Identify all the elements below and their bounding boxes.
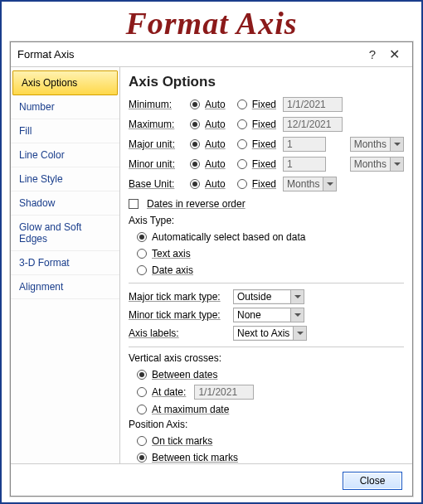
radio-label-base-unit-auto: Auto: [205, 178, 226, 190]
radio-axis-type-text[interactable]: [137, 249, 147, 259]
row-reverse: Dates in reverse order: [129, 195, 404, 213]
radio-vcross-at[interactable]: [137, 387, 147, 397]
row-pos-on: On tick marks: [132, 434, 404, 448]
radio-base-unit-auto[interactable]: [190, 179, 200, 189]
select-major-unit-period[interactable]: Months: [350, 137, 404, 152]
sidebar-item-axis-options[interactable]: Axis Options: [12, 70, 118, 95]
sidebar-item-fill[interactable]: Fill: [11, 119, 119, 143]
label-vcross: Vertical axis crosses:: [129, 352, 404, 364]
radio-vcross-between[interactable]: [137, 370, 147, 380]
row-axis-type-text: Text axis: [132, 246, 404, 261]
radio-maximum-auto[interactable]: [190, 119, 200, 129]
page-title: Format Axis: [2, 5, 421, 41]
input-minimum-value[interactable]: 1/1/2021: [283, 97, 343, 112]
select-minor-tick[interactable]: None: [233, 308, 304, 322]
radio-major-unit-auto[interactable]: [190, 139, 200, 149]
label-vcross-max: At maximum date: [152, 404, 229, 415]
label-base-unit: Base Unit:: [129, 178, 182, 190]
label-pos-axis: Position Axis:: [129, 419, 404, 430]
row-maximum: Maximum: Auto Fixed 12/1/2021: [129, 115, 404, 133]
sidebar-item-glow[interactable]: Glow and Soft Edges: [11, 216, 119, 251]
radio-label-major-unit-fixed: Fixed: [252, 138, 276, 150]
page-frame: Format Axis Format Axis ? ✕ Axis Options…: [0, 0, 423, 504]
label-reverse-order: Dates in reverse order: [147, 198, 246, 210]
dialog-body: Axis Options Number Fill Line Color Line…: [11, 67, 412, 463]
input-minor-unit-value[interactable]: 1: [283, 157, 326, 172]
input-vcross-at-value[interactable]: 1/1/2021: [194, 385, 254, 400]
radio-pos-between[interactable]: [137, 453, 147, 463]
close-icon[interactable]: ✕: [382, 46, 406, 62]
row-axis-type-auto: Automatically select based on data: [132, 230, 404, 245]
radio-label-minor-unit-auto: Auto: [205, 158, 226, 170]
radio-minimum-fixed[interactable]: [237, 99, 247, 109]
label-pos-between: Between tick marks: [152, 452, 238, 463]
radio-vcross-max[interactable]: [137, 405, 147, 414]
row-base-unit: Base Unit: Auto Fixed Months: [129, 175, 404, 193]
axis-options-panel: Axis Options Minimum: Auto Fixed 1/1/202…: [120, 67, 412, 463]
select-major-tick[interactable]: Outside: [233, 289, 304, 304]
separator: [129, 346, 404, 347]
radio-label-minimum-auto: Auto: [205, 99, 226, 110]
row-axis-labels: Axis labels: Next to Axis: [129, 325, 404, 342]
row-minor-unit: Minor unit: Auto Fixed 1 Months: [129, 155, 404, 173]
sidebar-item-shadow[interactable]: Shadow: [11, 191, 119, 216]
radio-label-maximum-fixed: Fixed: [252, 119, 276, 130]
label-axis-type-auto: Automatically select based on data: [152, 231, 305, 243]
label-axis-type-text: Text axis: [152, 248, 191, 259]
sidebar-item-line-style[interactable]: Line Style: [11, 167, 119, 191]
row-major-unit: Major unit: Auto Fixed 1 Months: [129, 135, 404, 153]
radio-minor-unit-auto[interactable]: [190, 159, 200, 169]
sidebar-item-alignment[interactable]: Alignment: [11, 275, 119, 299]
close-button[interactable]: Close: [343, 472, 402, 490]
dialog-footer: Close: [11, 463, 412, 497]
label-minor-unit: Minor unit:: [129, 158, 182, 170]
select-axis-labels[interactable]: Next to Axis: [233, 326, 307, 341]
dialog-title: Format Axis: [17, 48, 362, 61]
radio-label-base-unit-fixed: Fixed: [252, 178, 276, 190]
radio-minor-unit-fixed[interactable]: [237, 159, 247, 169]
titlebar: Format Axis ? ✕: [11, 42, 412, 67]
row-vcross-at: At date: 1/1/2021: [132, 384, 404, 400]
row-pos-between: Between tick marks: [132, 450, 404, 463]
radio-axis-type-date[interactable]: [137, 265, 147, 275]
label-vcross-between: Between dates: [152, 369, 217, 380]
radio-label-minimum-fixed: Fixed: [252, 99, 276, 110]
chevron-down-icon: [390, 138, 403, 151]
label-axis-type-date: Date axis: [152, 264, 193, 276]
row-minor-tick: Minor tick mark type: None: [129, 307, 404, 323]
sidebar-item-3d-format[interactable]: 3-D Format: [11, 251, 119, 275]
sidebar-item-number[interactable]: Number: [11, 95, 119, 119]
label-axis-labels: Axis labels:: [129, 327, 233, 339]
radio-major-unit-fixed[interactable]: [237, 139, 247, 149]
label-vcross-at: At date:: [152, 386, 186, 398]
separator: [129, 283, 404, 284]
row-axis-type-date: Date axis: [132, 263, 404, 278]
radio-maximum-fixed[interactable]: [237, 119, 247, 129]
radio-minimum-auto[interactable]: [190, 99, 200, 109]
label-minor-tick: Minor tick mark type:: [129, 309, 233, 321]
sidebar-item-line-color[interactable]: Line Color: [11, 143, 119, 167]
chevron-down-icon: [290, 290, 304, 303]
label-pos-on: On tick marks: [152, 435, 212, 447]
row-minimum: Minimum: Auto Fixed 1/1/2021: [129, 95, 404, 114]
input-maximum-value[interactable]: 12/1/2021: [283, 117, 343, 132]
row-vcross-max: At maximum date: [132, 402, 404, 417]
format-axis-dialog: Format Axis ? ✕ Axis Options Number Fill…: [10, 41, 413, 497]
input-major-unit-value[interactable]: 1: [283, 137, 326, 152]
label-major-unit: Major unit:: [129, 138, 182, 150]
radio-axis-type-auto[interactable]: [137, 232, 147, 242]
chevron-down-icon: [290, 308, 304, 322]
help-button[interactable]: ?: [362, 47, 382, 61]
radio-label-minor-unit-fixed: Fixed: [252, 158, 276, 170]
radio-base-unit-fixed[interactable]: [237, 179, 247, 189]
radio-pos-on[interactable]: [137, 436, 147, 446]
radio-label-major-unit-auto: Auto: [205, 138, 226, 150]
row-vcross-between: Between dates: [132, 367, 404, 382]
radio-label-maximum-auto: Auto: [205, 119, 226, 130]
checkbox-reverse-order[interactable]: [129, 199, 139, 209]
select-minor-unit-period[interactable]: Months: [350, 157, 404, 172]
row-major-tick: Major tick mark type: Outside: [129, 288, 404, 305]
label-major-tick: Major tick mark type:: [129, 291, 233, 303]
select-base-unit-period[interactable]: Months: [283, 177, 337, 191]
label-maximum: Maximum:: [129, 119, 182, 130]
